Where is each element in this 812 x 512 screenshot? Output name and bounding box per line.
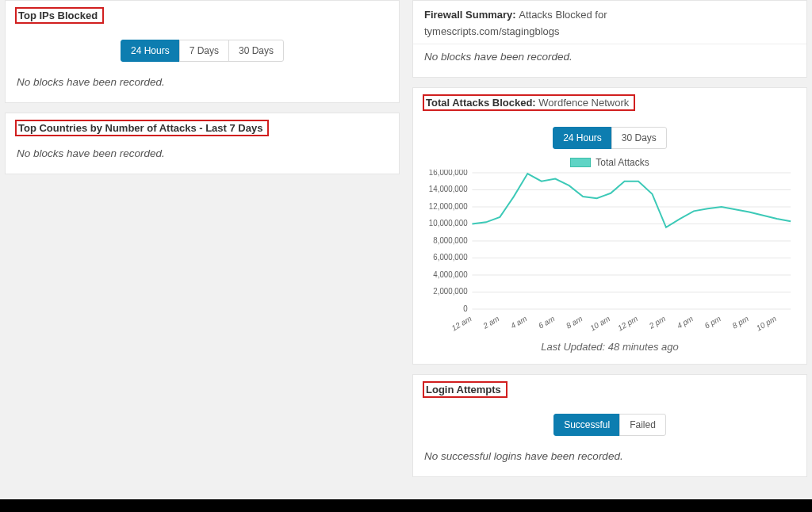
svg-text:8 pm: 8 pm (731, 314, 750, 331)
panel-login-attempts: Login Attempts Successful Failed No succ… (412, 374, 807, 477)
svg-text:8,000,000: 8,000,000 (433, 236, 468, 245)
login-empty: No successful logins have been recorded. (424, 444, 795, 465)
svg-text:10 am: 10 am (588, 314, 611, 333)
login-title: Login Attempts (423, 381, 508, 398)
panel-total-attacks: Total Attacks Blocked: Wordfence Network… (412, 87, 807, 365)
firewall-title-rest: Attacks Blocked for (519, 9, 607, 21)
tab-attacks-30-days[interactable]: 30 Days (611, 127, 667, 149)
svg-text:2 pm: 2 pm (647, 314, 667, 331)
chart-updated: Last Updated: 48 minutes ago (424, 341, 795, 353)
svg-text:10 pm: 10 pm (755, 314, 778, 333)
panel-top-ips: Top IPs Blocked 24 Hours 7 Days 30 Days … (5, 0, 400, 103)
tab-login-failed[interactable]: Failed (619, 414, 666, 436)
chart-legend: Total Attacks (424, 157, 795, 168)
attacks-chart: 02,000,0004,000,0006,000,0008,000,00010,… (424, 170, 795, 336)
svg-text:0: 0 (463, 304, 468, 313)
bottom-black-bar (0, 499, 812, 512)
svg-text:2,000,000: 2,000,000 (433, 287, 468, 296)
tab-attacks-24-hours[interactable]: 24 Hours (553, 127, 612, 149)
total-attacks-title-rest: Wordfence Network (538, 97, 629, 109)
firewall-summary-title: Firewall Summary: Attacks Blocked for (424, 9, 607, 21)
svg-text:10,000,000: 10,000,000 (429, 219, 468, 227)
svg-text:6 pm: 6 pm (703, 314, 722, 331)
svg-text:4 am: 4 am (509, 314, 528, 331)
firewall-title-bold: Firewall Summary: (424, 9, 516, 21)
login-tabs: Successful Failed (424, 414, 795, 436)
panel-title-top-ips: Top IPs Blocked (15, 7, 104, 24)
tab-7-days[interactable]: 7 Days (179, 40, 229, 62)
top-countries-empty: No blocks have been recorded. (17, 141, 388, 162)
top-ips-tabs: 24 Hours 7 Days 30 Days (17, 40, 388, 62)
top-ips-empty: No blocks have been recorded. (17, 70, 388, 91)
svg-text:8 am: 8 am (565, 314, 584, 331)
panel-top-countries: Top Countries by Number of Attacks - Las… (5, 113, 400, 174)
panel-firewall-summary: Firewall Summary: Attacks Blocked for ty… (412, 0, 807, 78)
legend-label: Total Attacks (596, 157, 649, 168)
tab-login-successful[interactable]: Successful (553, 414, 620, 436)
svg-text:4,000,000: 4,000,000 (433, 270, 468, 279)
total-attacks-tabs: 24 Hours 30 Days (424, 127, 795, 149)
svg-text:16,000,000: 16,000,000 (429, 170, 468, 177)
firewall-empty: No blocks have been recorded. (424, 44, 795, 66)
tab-30-days[interactable]: 30 Days (228, 40, 284, 62)
svg-text:14,000,000: 14,000,000 (429, 185, 468, 193)
tab-24-hours[interactable]: 24 Hours (121, 40, 180, 62)
firewall-site: tymescripts.com/stagingblogs (424, 25, 795, 37)
total-attacks-title-bold: Total Attacks Blocked: (426, 97, 536, 109)
svg-text:6 am: 6 am (537, 314, 556, 331)
svg-text:12 pm: 12 pm (616, 314, 639, 333)
svg-text:2 am: 2 am (481, 314, 500, 331)
svg-text:12 am: 12 am (450, 314, 473, 333)
svg-text:4 pm: 4 pm (676, 314, 695, 331)
legend-swatch-icon (570, 158, 591, 167)
svg-text:6,000,000: 6,000,000 (433, 253, 468, 262)
total-attacks-title: Total Attacks Blocked: Wordfence Network (423, 94, 635, 111)
svg-text:12,000,000: 12,000,000 (429, 202, 468, 211)
panel-title-top-countries: Top Countries by Number of Attacks - Las… (15, 120, 269, 136)
